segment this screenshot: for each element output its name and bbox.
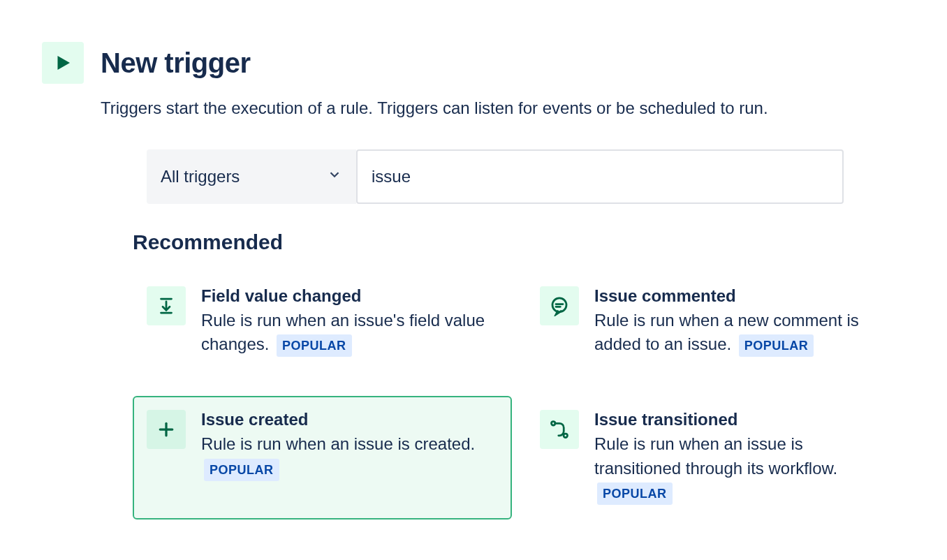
svg-point-9 bbox=[564, 434, 568, 438]
card-description: Rule is run when an issue is created. PO… bbox=[201, 432, 498, 481]
trigger-card-issue-created[interactable]: Issue created Rule is run when an issue … bbox=[133, 396, 512, 519]
plus-icon bbox=[147, 410, 186, 449]
popular-badge: POPULAR bbox=[277, 334, 352, 357]
popular-badge: POPULAR bbox=[597, 482, 673, 505]
card-title: Issue commented bbox=[594, 286, 891, 306]
search-input[interactable] bbox=[356, 149, 844, 204]
card-description: Rule is run when an issue's field value … bbox=[201, 309, 498, 358]
field-value-icon bbox=[147, 286, 186, 325]
trigger-category-dropdown[interactable]: All triggers bbox=[147, 149, 356, 204]
section-heading: Recommended bbox=[133, 230, 905, 254]
trigger-cards-grid: Field value changed Rule is run when an … bbox=[133, 272, 905, 520]
play-icon bbox=[42, 42, 84, 84]
dropdown-label: All triggers bbox=[161, 167, 240, 186]
popular-badge: POPULAR bbox=[204, 459, 279, 481]
page-subtitle: Triggers start the execution of a rule. … bbox=[101, 96, 905, 120]
card-description: Rule is run when an issue is transitione… bbox=[594, 432, 891, 505]
comment-icon bbox=[540, 286, 579, 325]
popular-badge: POPULAR bbox=[739, 334, 814, 357]
card-description: Rule is run when a new comment is added … bbox=[594, 309, 891, 358]
page-title: New trigger bbox=[101, 47, 251, 79]
trigger-card-field-value-changed[interactable]: Field value changed Rule is run when an … bbox=[133, 272, 512, 371]
trigger-card-issue-commented[interactable]: Issue commented Rule is run when a new c… bbox=[526, 272, 905, 371]
trigger-card-issue-transitioned[interactable]: Issue transitioned Rule is run when an i… bbox=[526, 396, 905, 519]
transition-icon bbox=[540, 410, 579, 449]
card-title: Field value changed bbox=[201, 286, 498, 306]
card-title: Issue transitioned bbox=[594, 410, 891, 429]
chevron-down-icon bbox=[327, 167, 342, 186]
card-title: Issue created bbox=[201, 410, 498, 429]
